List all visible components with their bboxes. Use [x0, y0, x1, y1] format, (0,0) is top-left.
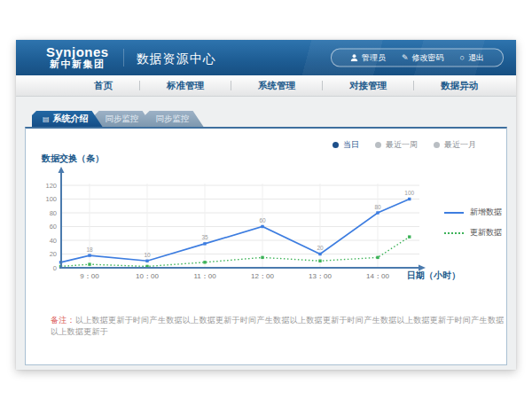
change-password-button[interactable]: ✎ 修改密码 [394, 52, 452, 64]
app-window: Synjones 新中新集团 数据资源中心 管理员 ✎ 修改密码 ○ 退出 首页… [16, 40, 516, 370]
logout-label: 退出 [468, 52, 484, 64]
range-option-2[interactable]: 最近一月 [434, 139, 476, 151]
change-password-label: 修改密码 [412, 52, 444, 64]
footnote-label: 备注： [51, 316, 75, 325]
svg-text:80: 80 [50, 209, 57, 217]
svg-text:40: 40 [50, 237, 57, 245]
svg-text:100: 100 [404, 190, 414, 196]
svg-text:13：00: 13：00 [309, 272, 332, 280]
y-axis-title: 数据交换（条） [42, 153, 104, 165]
range-option-label: 最近一周 [386, 139, 418, 151]
svg-text:18: 18 [86, 246, 93, 253]
legend-swatch [444, 232, 464, 234]
radio-icon [375, 142, 381, 148]
tab-2[interactable]: 同步监控 [145, 111, 204, 127]
tab-label: 同步监控 [106, 113, 139, 125]
nav-item-1[interactable]: 标准管理 [140, 80, 231, 92]
chart-x-labels: 9：0010：0011：0012：0013：0014：00 [80, 272, 389, 280]
tab-bar: ▤系统介绍同步监控同步监控 [32, 111, 204, 127]
nav-item-4[interactable]: 数据异动 [414, 80, 505, 92]
nav-item-0[interactable]: 首页 [67, 80, 139, 92]
svg-text:35: 35 [201, 234, 208, 240]
power-icon: ○ [460, 54, 465, 62]
user-menu: 管理员 ✎ 修改密码 ○ 退出 [331, 49, 504, 67]
admin-user-button[interactable]: 管理员 [342, 52, 394, 64]
svg-text:14：00: 14：00 [366, 272, 389, 280]
legend-label: 更新数据 [470, 227, 502, 239]
footnote: 备注：以上数据更新于时间产生数据以上数据更新于时间产生数据以上数据更新于时间产生… [51, 315, 506, 338]
svg-text:60: 60 [259, 217, 266, 223]
svg-text:12：00: 12：00 [251, 272, 274, 280]
svg-text:11：00: 11：00 [193, 272, 216, 280]
nav-item-2[interactable]: 系统管理 [231, 80, 322, 92]
header-divider [123, 49, 124, 66]
svg-text:80: 80 [374, 204, 381, 210]
svg-text:20: 20 [317, 245, 324, 251]
range-option-label: 最近一月 [444, 139, 476, 151]
logo-company: 新中新集团 [46, 59, 109, 70]
list-icon: ▤ [43, 115, 50, 123]
svg-text:100: 100 [45, 195, 57, 203]
nav-item-3[interactable]: 对接管理 [323, 80, 413, 92]
main-nav: 首页标准管理系统管理对接管理数据异动 [16, 75, 516, 97]
range-option-1[interactable]: 最近一周 [375, 139, 418, 151]
svg-text:20: 20 [50, 250, 57, 258]
chart-y-labels: 020406080100120 [45, 182, 57, 272]
chart-legend: 新增数据更新数据 [444, 207, 502, 239]
content-area: ▤系统介绍同步监控同步监控 当日最近一周最近一月 数据交换（条） 0204060… [16, 97, 516, 370]
radio-icon [332, 142, 339, 148]
footnote-text: 以上数据更新于时间产生数据以上数据更新于时间产生数据以上数据更新于时间产生数据以… [51, 316, 505, 336]
user-icon [350, 54, 358, 62]
logo: Synjones 新中新集团 [46, 45, 109, 69]
svg-text:120: 120 [45, 182, 57, 190]
svg-text:10：00: 10：00 [136, 272, 159, 280]
range-filter: 当日最近一周最近一月 [332, 139, 476, 151]
legend-swatch [444, 212, 464, 214]
svg-text:0: 0 [53, 264, 57, 272]
edit-icon: ✎ [402, 54, 409, 62]
legend-item-0: 新增数据 [444, 207, 502, 218]
svg-text:10: 10 [144, 252, 151, 258]
chart-panel: 当日最近一周最近一月 数据交换（条） 020406080100120181035… [25, 127, 507, 365]
radio-icon [434, 142, 440, 148]
page-title: 数据资源中心 [137, 51, 216, 67]
x-axis-title: 日期（小时） [407, 270, 460, 282]
line-chart: 0204060801001201810356020801009：0010：001… [35, 166, 451, 290]
range-option-label: 当日 [343, 139, 359, 151]
admin-user-label: 管理员 [362, 52, 386, 64]
logo-brand: Synjones [46, 45, 109, 59]
header: Synjones 新中新集团 数据资源中心 管理员 ✎ 修改密码 ○ 退出 [16, 40, 516, 75]
tab-1[interactable]: 同步监控 [95, 111, 153, 127]
logout-button[interactable]: ○ 退出 [452, 52, 492, 64]
svg-text:60: 60 [50, 223, 57, 231]
tab-label: 系统介绍 [53, 113, 89, 125]
legend-label: 新增数据 [470, 207, 502, 218]
tab-label: 同步监控 [156, 113, 190, 125]
svg-text:9：00: 9：00 [80, 272, 99, 280]
legend-item-1: 更新数据 [444, 227, 502, 239]
range-option-0[interactable]: 当日 [332, 139, 359, 151]
tab-0[interactable]: ▤系统介绍 [32, 111, 103, 127]
chart-grid [61, 184, 419, 268]
